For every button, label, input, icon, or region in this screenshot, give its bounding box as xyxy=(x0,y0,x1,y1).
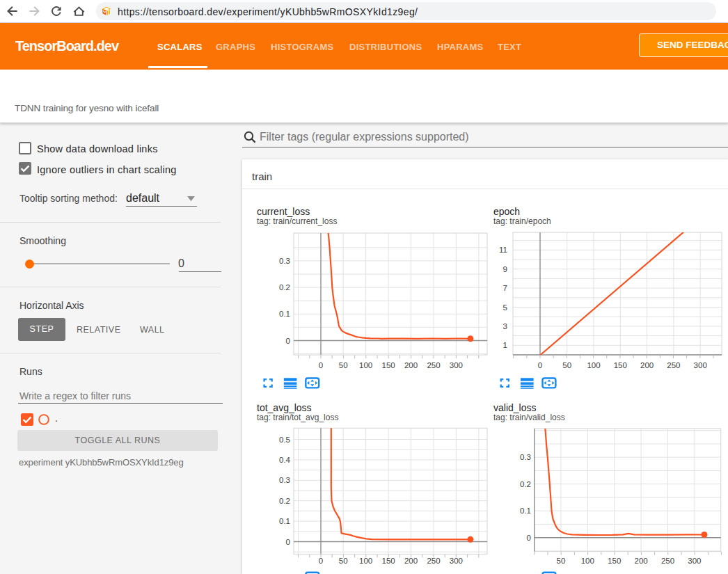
svg-text:250: 250 xyxy=(667,361,680,369)
svg-text:0.3: 0.3 xyxy=(279,476,290,484)
svg-text:250: 250 xyxy=(427,361,440,369)
svg-text:50: 50 xyxy=(562,361,571,369)
svg-text:0.3: 0.3 xyxy=(279,257,290,265)
svg-text:100: 100 xyxy=(581,557,594,565)
svg-text:300: 300 xyxy=(450,557,463,565)
svg-text:0: 0 xyxy=(286,337,290,345)
svg-text:200: 200 xyxy=(404,557,418,565)
svg-text:100: 100 xyxy=(587,361,600,369)
svg-text:0.2: 0.2 xyxy=(279,283,290,292)
svg-text:0: 0 xyxy=(527,534,531,542)
svg-text:200: 200 xyxy=(404,361,418,369)
svg-text:11: 11 xyxy=(499,246,507,254)
svg-text:1: 1 xyxy=(503,341,507,349)
svg-text:150: 150 xyxy=(608,557,621,565)
svg-text:250: 250 xyxy=(427,557,440,565)
svg-text:300: 300 xyxy=(694,361,707,369)
svg-text:0: 0 xyxy=(538,361,542,369)
svg-text:0.5: 0.5 xyxy=(279,436,290,444)
svg-text:0.1: 0.1 xyxy=(279,310,290,318)
svg-text:50: 50 xyxy=(557,557,566,565)
svg-text:200: 200 xyxy=(635,557,648,565)
svg-text:0.3: 0.3 xyxy=(520,453,531,461)
svg-text:9: 9 xyxy=(503,265,507,273)
svg-text:0: 0 xyxy=(286,538,290,546)
svg-text:300: 300 xyxy=(688,557,701,565)
svg-text:0.2: 0.2 xyxy=(520,480,531,488)
svg-text:50: 50 xyxy=(339,361,348,369)
svg-text:0: 0 xyxy=(319,557,323,565)
svg-text:300: 300 xyxy=(450,361,463,369)
svg-text:250: 250 xyxy=(661,557,674,565)
svg-text:7: 7 xyxy=(503,284,507,292)
svg-text:0.2: 0.2 xyxy=(279,497,290,505)
svg-text:0.1: 0.1 xyxy=(520,507,531,515)
svg-text:0: 0 xyxy=(319,361,323,369)
svg-text:150: 150 xyxy=(382,361,395,369)
svg-text:5: 5 xyxy=(503,303,507,312)
svg-text:150: 150 xyxy=(382,557,395,565)
svg-text:0.4: 0.4 xyxy=(279,456,291,464)
svg-text:3: 3 xyxy=(503,322,507,330)
svg-text:200: 200 xyxy=(640,361,654,369)
svg-text:50: 50 xyxy=(339,557,348,565)
svg-text:100: 100 xyxy=(359,361,372,369)
svg-text:150: 150 xyxy=(614,361,627,369)
svg-text:100: 100 xyxy=(359,557,372,565)
svg-text:0.1: 0.1 xyxy=(279,517,290,525)
